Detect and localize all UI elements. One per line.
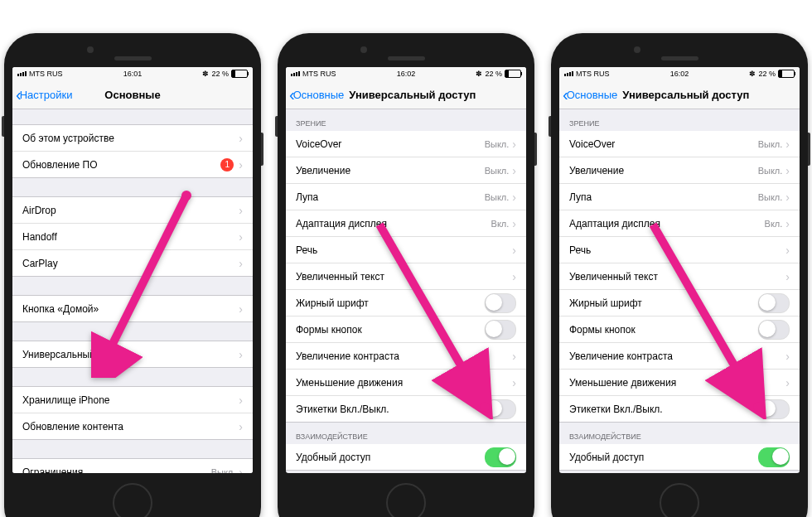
row-label: VoiceOver xyxy=(569,138,758,150)
settings-row[interactable]: Кнопка «Домой»› xyxy=(12,295,253,322)
settings-row[interactable]: Речь› xyxy=(286,237,526,263)
toggle[interactable] xyxy=(485,293,516,313)
toggle[interactable] xyxy=(758,447,790,467)
settings-row[interactable]: Handoff› xyxy=(12,224,253,250)
row-value: Вкл. xyxy=(765,219,783,229)
back-button[interactable]: ‹Основные xyxy=(286,85,344,104)
home-button[interactable] xyxy=(660,483,699,517)
chevron-right-icon: › xyxy=(785,270,790,283)
toggle[interactable] xyxy=(485,447,516,467)
chevron-right-icon: › xyxy=(512,376,516,389)
settings-row[interactable]: Адаптация дисплеяВкл.› xyxy=(559,210,800,237)
phone-3: MTS RUS 16:02 ✽22 % ‹Основные Универсаль… xyxy=(551,33,808,517)
settings-row[interactable]: VoiceOverВыкл.› xyxy=(286,131,526,157)
status-time: 16:01 xyxy=(123,70,143,78)
row-label: CarPlay xyxy=(22,258,239,269)
chevron-right-icon: › xyxy=(512,217,516,230)
settings-row[interactable]: Увеличение контраста› xyxy=(559,343,800,370)
row-label: Удобный доступ xyxy=(569,452,758,463)
row-value: Выкл. xyxy=(211,467,236,474)
back-button[interactable]: ‹Основные xyxy=(559,85,617,104)
row-label: Увеличенный текст xyxy=(296,271,512,283)
group-header: Взаимодействие xyxy=(559,432,800,444)
settings-row[interactable]: AirDrop› xyxy=(12,196,253,224)
settings-row[interactable]: Удобный доступ xyxy=(286,444,526,471)
settings-row[interactable]: VoiceOverВыкл.› xyxy=(559,131,800,157)
nav-bar: ‹Настройки Основные xyxy=(12,80,253,109)
settings-row[interactable]: CarPlay› xyxy=(12,250,253,277)
settings-row[interactable]: Универсальный доступ› xyxy=(12,341,253,368)
settings-row[interactable]: Формы кнопок xyxy=(559,316,800,343)
row-label: Увеличение контраста xyxy=(569,350,785,362)
toggle[interactable] xyxy=(758,320,790,340)
settings-row[interactable]: Увеличение контраста› xyxy=(286,343,526,370)
toggle[interactable] xyxy=(485,399,516,419)
settings-row[interactable]: Хранилище iPhone› xyxy=(12,386,253,413)
status-bar: MTS RUS 16:01 ✽22 % xyxy=(12,67,253,80)
badge: 1 xyxy=(220,158,234,172)
row-label: Ограничения xyxy=(22,466,211,474)
settings-row[interactable]: Жирный шрифт xyxy=(286,290,526,316)
group-header: Зрение xyxy=(286,119,526,131)
phone-2: MTS RUS 16:02 ✽22 % ‹Основные Универсаль… xyxy=(278,33,534,517)
phone-1: MTS RUS 16:01 ✽22 % ‹Настройки Основные … xyxy=(4,33,261,517)
chevron-right-icon: › xyxy=(512,164,516,177)
home-button[interactable] xyxy=(113,483,152,517)
row-label: Формы кнопок xyxy=(569,324,758,336)
chevron-right-icon: › xyxy=(512,191,516,204)
settings-row[interactable]: УвеличениеВыкл.› xyxy=(559,157,800,184)
settings-row[interactable]: Увеличенный текст› xyxy=(286,263,526,290)
chevron-right-icon: › xyxy=(239,204,243,217)
settings-row[interactable]: Уменьшение движения› xyxy=(286,370,526,396)
row-label: Уменьшение движения xyxy=(569,377,785,389)
row-label: Увеличение xyxy=(296,165,485,176)
row-label: Универсальный доступ xyxy=(22,349,239,360)
settings-row[interactable]: Формы кнопок xyxy=(286,316,526,343)
page-title: Универсальный доступ xyxy=(622,89,749,101)
chevron-right-icon: › xyxy=(785,138,790,151)
status-bar: MTS RUS 16:02 ✽22 % xyxy=(559,67,800,80)
chevron-right-icon: › xyxy=(239,466,243,474)
status-bar: MTS RUS 16:02 ✽22 % xyxy=(286,67,526,80)
settings-row[interactable]: Обновление контента› xyxy=(12,413,253,440)
chevron-right-icon: › xyxy=(239,394,243,407)
settings-row[interactable]: Увеличенный текст› xyxy=(559,263,800,290)
row-label: AirDrop xyxy=(22,205,239,216)
chevron-right-icon: › xyxy=(785,350,790,363)
row-label: Увеличенный текст xyxy=(569,271,785,283)
row-label: Этикетки Вкл./Выкл. xyxy=(569,403,758,415)
chevron-right-icon: › xyxy=(785,191,790,204)
toggle[interactable] xyxy=(758,399,790,419)
settings-row[interactable]: Уменьшение движения› xyxy=(559,370,800,396)
settings-row[interactable]: ОграниченияВыкл.› xyxy=(12,458,253,473)
row-value: Выкл. xyxy=(758,166,783,176)
settings-row[interactable]: Удобный доступ xyxy=(559,444,800,471)
back-button[interactable]: ‹Настройки xyxy=(12,85,72,104)
chevron-right-icon: › xyxy=(785,217,790,230)
settings-row[interactable]: Жирный шрифт xyxy=(559,290,800,316)
row-label: Речь xyxy=(569,244,785,256)
row-label: Handoff xyxy=(22,231,239,243)
home-button[interactable] xyxy=(386,483,426,517)
toggle[interactable] xyxy=(758,293,790,313)
settings-row[interactable]: Речь› xyxy=(559,237,800,263)
chevron-right-icon: › xyxy=(239,420,243,433)
nav-bar: ‹Основные Универсальный доступ xyxy=(286,80,526,109)
chevron-right-icon: › xyxy=(239,158,243,172)
settings-row[interactable]: ЛупаВыкл.› xyxy=(559,184,800,210)
settings-row[interactable]: Адаптация дисплеяВкл.› xyxy=(286,210,526,237)
settings-row[interactable]: Обновление ПО1› xyxy=(12,152,253,178)
row-label: Адаптация дисплея xyxy=(569,218,765,230)
row-label: Жирный шрифт xyxy=(296,297,485,309)
chevron-right-icon: › xyxy=(512,270,516,283)
chevron-right-icon: › xyxy=(785,244,790,257)
row-label: Формы кнопок xyxy=(296,324,485,336)
settings-row[interactable]: Этикетки Вкл./Выкл. xyxy=(286,396,526,423)
settings-row[interactable]: УвеличениеВыкл.› xyxy=(286,157,526,184)
settings-row[interactable]: ЛупаВыкл.› xyxy=(286,184,526,210)
settings-row[interactable]: Этикетки Вкл./Выкл. xyxy=(559,396,800,423)
toggle[interactable] xyxy=(485,320,516,340)
settings-row[interactable]: Об этом устройстве› xyxy=(12,124,253,152)
chevron-right-icon: › xyxy=(785,164,790,177)
group-header: Зрение xyxy=(559,119,800,131)
